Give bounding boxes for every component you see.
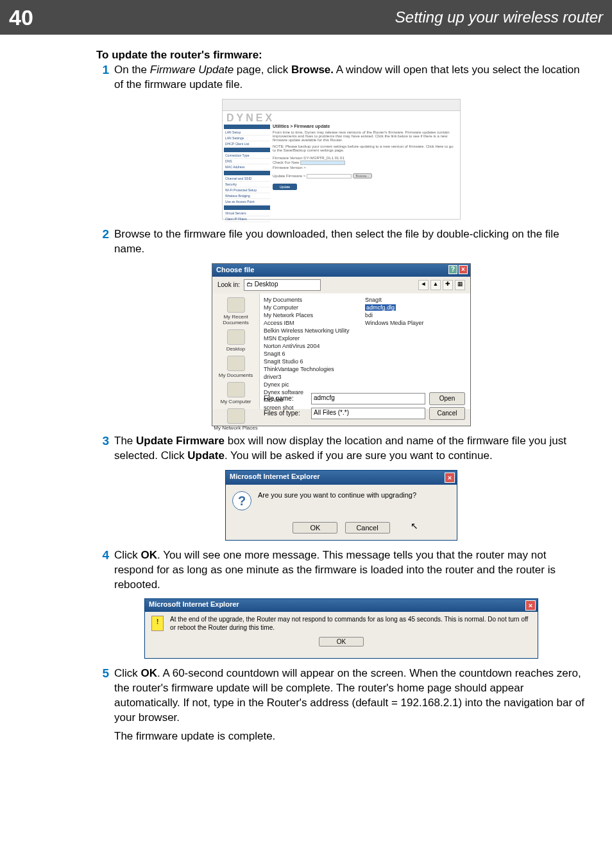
cancel-button[interactable]: Cancel	[429, 407, 465, 420]
list-item[interactable]: driver3	[264, 373, 365, 381]
sidebar-item[interactable]: LAN Settings	[224, 135, 270, 141]
computer-icon	[227, 382, 245, 397]
list-item[interactable]: MSN Explorer	[264, 334, 365, 342]
fig2-lookin-label: Look in:	[217, 281, 240, 288]
fig1-title: Utilities > Firmware update	[273, 124, 457, 128]
fig1-browse-button[interactable]: Browse...	[353, 173, 373, 178]
step-4-number: 4	[96, 548, 114, 593]
place-recent[interactable]: My Recent Documents	[212, 297, 259, 326]
list-item[interactable]: SnagIt 6	[264, 350, 365, 358]
step-1: 1 On the Firmware Update page, click Bro…	[96, 63, 586, 92]
open-button[interactable]: Open	[429, 392, 465, 405]
list-item[interactable]: Dynex pic	[264, 381, 365, 388]
sidebar-item[interactable]: Wireless Bridging	[224, 193, 270, 199]
figure-4: Microsoft Internet Explorer × At the end…	[96, 598, 586, 659]
sidebar-item[interactable]: DNS	[224, 159, 270, 164]
fig4-buttons: OK	[145, 637, 538, 647]
step-5-body: Click OK. A 60-second countdown will app…	[114, 666, 586, 744]
fig1-sidebar: LAN Setup LAN Settings DHCP Client List …	[224, 124, 270, 222]
close-icon[interactable]: ×	[445, 473, 455, 483]
step-5-number: 5	[96, 666, 114, 744]
help-icon[interactable]: ?	[448, 265, 457, 274]
fig2-titlebar: Choose file ? ×	[212, 264, 470, 277]
fig1-desc1: From time to time, Dynex may release new…	[273, 130, 457, 142]
sidebar-item[interactable]: Channel and SSID	[224, 176, 270, 182]
list-item[interactable]: Norton AntiVirus 2004	[264, 342, 365, 350]
list-item-selected[interactable]: admcfg.dlg	[365, 304, 466, 311]
list-item[interactable]: Windows Media Player	[365, 319, 466, 327]
list-item[interactable]: My Network Places	[264, 311, 365, 319]
fig1-check-button[interactable]	[300, 161, 345, 165]
fig3-titlebar: Microsoft Internet Explorer ×	[226, 471, 457, 485]
fig2-lookin-row: Look in: 🗀 Desktop ◄ ▲ ✚ ▦	[212, 277, 470, 293]
fig1-file-input[interactable]	[307, 174, 352, 178]
filename-input[interactable]: admcfg	[311, 393, 425, 404]
place-mycomputer[interactable]: My Computer	[212, 382, 259, 404]
sidebar-item[interactable]: Client IP Filters	[224, 216, 270, 222]
fig3-dialog: Microsoft Internet Explorer × ? Are you …	[225, 470, 457, 541]
filetype-combo[interactable]: All Files (*.*)	[311, 408, 425, 419]
cancel-button[interactable]: Cancel	[345, 522, 390, 534]
text: On the	[114, 64, 150, 76]
fig3-message: Are you sure you want to continue with u…	[258, 491, 416, 499]
fig4-message: At the end of the upgrade, the Router ma…	[170, 616, 531, 632]
fig2-toolbar-icons: ◄ ▲ ✚ ▦	[418, 280, 465, 290]
place-label: Desktop	[226, 346, 245, 352]
sidebar-item[interactable]: DHCP Client List	[224, 141, 270, 147]
list-item[interactable]: Belkin Wireless Networking Utility	[264, 327, 365, 334]
list-item[interactable]: bdi	[365, 311, 466, 319]
list-item[interactable]: SnagIt	[365, 296, 466, 304]
sidebar-block	[224, 171, 270, 175]
fig1-fw-version-label: Firmware Version	[273, 156, 303, 160]
fig1-update-button[interactable]: Update	[273, 184, 297, 190]
list-item[interactable]: Access IBM	[264, 319, 365, 327]
fig4-dialog: Microsoft Internet Explorer × At the end…	[144, 598, 538, 659]
step-2: 2 Browse to the firmware file you downlo…	[96, 227, 586, 257]
back-icon[interactable]: ◄	[418, 280, 429, 290]
sidebar-item[interactable]: Virtual Servers	[224, 211, 270, 216]
ok-button[interactable]: OK	[319, 637, 364, 647]
update-label: Update	[187, 449, 225, 462]
place-network[interactable]: My Network Places	[212, 408, 259, 431]
sidebar-item[interactable]: Use as Access Point	[224, 199, 270, 205]
sidebar-block	[224, 205, 270, 210]
fig2-lookin-combo[interactable]: 🗀 Desktop	[244, 279, 321, 291]
step-3-number: 3	[96, 434, 114, 464]
sidebar-item[interactable]: Security	[224, 182, 270, 187]
text: The	[114, 435, 136, 447]
close-icon[interactable]: ×	[525, 600, 536, 611]
warning-icon	[151, 616, 164, 631]
fig1-window: DYNEX LAN Setup LAN Settings DHCP Client…	[222, 99, 461, 220]
fig4-title: Microsoft Internet Explorer	[149, 600, 239, 608]
sidebar-item[interactable]: LAN Setup	[224, 130, 270, 135]
place-mydocs[interactable]: My Documents	[212, 356, 259, 378]
place-label: My Computer	[220, 399, 251, 404]
list-item[interactable]: SnagIt Studio 6	[264, 358, 365, 365]
fig1-main: Utilities > Firmware update From time to…	[273, 124, 457, 191]
cursor-icon: ↖	[411, 521, 418, 531]
fig2-title: Choose file	[216, 266, 254, 273]
list-item[interactable]: ThinkVantage Technologies	[264, 365, 365, 373]
list-item[interactable]: My Documents	[264, 296, 365, 304]
figure-1: DYNEX LAN Setup LAN Settings DHCP Client…	[96, 99, 586, 220]
fig4-body: At the end of the upgrade, the Router ma…	[145, 612, 538, 636]
step-2-number: 2	[96, 227, 114, 257]
place-desktop[interactable]: Desktop	[212, 329, 259, 352]
list-item[interactable]: My Computer	[264, 304, 365, 311]
sidebar-item[interactable]: Wi-Fi Protected Setup	[224, 187, 270, 193]
newfolder-icon[interactable]: ✚	[443, 280, 453, 290]
views-icon[interactable]: ▦	[455, 280, 465, 290]
place-label: My Documents	[219, 372, 253, 378]
step-5: 5 Click OK. A 60-second countdown will a…	[96, 666, 586, 744]
filetype-label: Files of type:	[264, 410, 307, 417]
close-icon[interactable]: ×	[459, 265, 468, 274]
sidebar-item[interactable]: MAC Address	[224, 164, 270, 170]
up-icon[interactable]: ▲	[430, 280, 441, 290]
ok-button[interactable]: OK	[293, 522, 337, 534]
text: Click	[114, 549, 141, 561]
fig4-titlebar: Microsoft Internet Explorer ×	[145, 599, 538, 612]
filename-label: File name:	[264, 395, 307, 402]
sidebar-item[interactable]: Connection Type	[224, 153, 270, 159]
step-1-number: 1	[96, 63, 114, 92]
sidebar-block	[224, 125, 270, 129]
